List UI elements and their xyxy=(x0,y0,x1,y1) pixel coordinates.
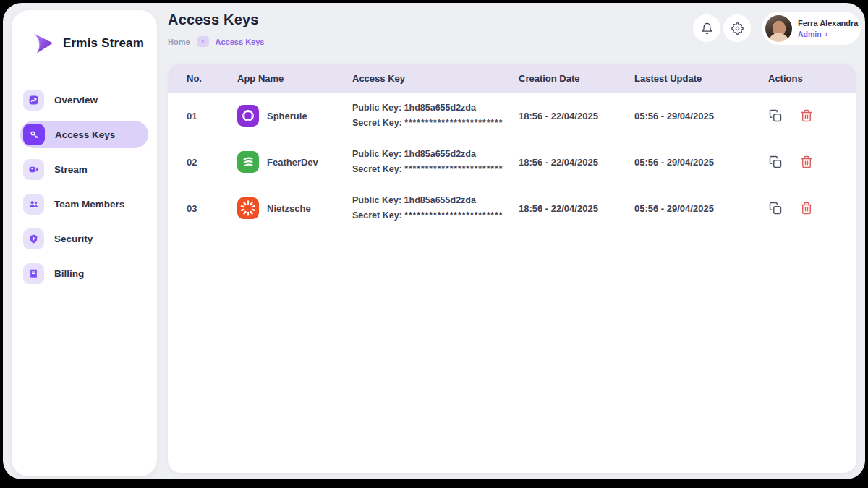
delete-button[interactable] xyxy=(799,202,813,215)
public-key-value: 1hd85a655d2zda xyxy=(404,195,476,205)
sidebar-item-label: Billing xyxy=(54,268,84,279)
sidebar-item-label: Overview xyxy=(54,95,98,106)
user-role[interactable]: Admin› xyxy=(798,30,858,38)
sidebar-item-access-keys[interactable]: Access Keys xyxy=(20,121,148,148)
public-key-value: 1hd85a655d2zda xyxy=(404,103,476,113)
settings-button[interactable] xyxy=(723,14,751,42)
chevron-right-icon: › xyxy=(197,36,209,47)
bell-icon xyxy=(701,22,713,35)
secret-key-masked: ************************ xyxy=(404,118,503,128)
app-name: Nietzsche xyxy=(267,203,311,214)
column-header-app-name: App Name xyxy=(233,73,352,84)
breadcrumb-current: Access Keys xyxy=(216,38,265,46)
avatar xyxy=(765,15,792,42)
table-row: 02 FeatherDev Public Key: 1hd85a655d2zda… xyxy=(168,139,856,185)
chevron-right-icon: › xyxy=(825,30,828,38)
featherdev-app-icon xyxy=(237,151,259,173)
access-key-cell: Public Key: 1hd85a655d2zda Secret Key: *… xyxy=(352,193,519,223)
delete-button[interactable] xyxy=(799,155,813,169)
access-key-cell: Public Key: 1hd85a655d2zda Secret Key: *… xyxy=(352,100,519,131)
table-row: 03 N xyxy=(168,185,856,231)
user-name: Ferra Alexandra xyxy=(798,19,858,27)
sidebar-item-security[interactable]: Security xyxy=(20,225,148,252)
users-icon xyxy=(23,194,44,215)
spherule-app-icon xyxy=(237,105,259,127)
sidebar-item-billing[interactable]: Billing xyxy=(20,260,148,287)
delete-button[interactable] xyxy=(799,109,813,123)
app-name: FeatherDev xyxy=(267,157,318,168)
column-header-actions: Actions xyxy=(768,73,856,84)
secret-key-masked: ************************ xyxy=(404,210,503,221)
creation-date: 18:56 - 22/04/2025 xyxy=(519,157,634,168)
sidebar-item-stream[interactable]: Stream xyxy=(20,155,148,183)
sidebar-item-label: Security xyxy=(54,234,93,244)
trash-icon xyxy=(800,202,813,215)
sidebar-item-label: Stream xyxy=(54,164,88,175)
nietzsche-app-icon xyxy=(237,197,259,219)
creation-date: 18:56 - 22/04/2025 xyxy=(519,111,634,121)
access-key-cell: Public Key: 1hd85a655d2zda Secret Key: *… xyxy=(352,147,519,177)
public-key-value: 1hd85a655d2zda xyxy=(404,149,476,159)
table-row: 01 Spherule Public Key: 1hd85a655d2zda S… xyxy=(168,93,856,139)
column-header-creation-date: Creation Date xyxy=(519,73,634,84)
creation-date: 18:56 - 22/04/2025 xyxy=(519,203,634,214)
copy-icon xyxy=(769,155,782,168)
user-profile-card[interactable]: Ferra Alexandra Admin› xyxy=(762,12,861,45)
breadcrumb-home-link[interactable]: Home xyxy=(168,38,190,46)
trash-icon xyxy=(800,109,813,122)
trash-icon xyxy=(800,155,813,168)
copy-icon xyxy=(769,202,782,215)
brand-logo-row: Ermis Stream xyxy=(12,10,157,58)
sidebar-item-label: Team Members xyxy=(54,199,124,210)
lastest-update: 05:56 - 29/04/2025 xyxy=(634,111,768,121)
access-keys-table: No. App Name Access Key Creation Date La… xyxy=(168,64,856,473)
copy-button[interactable] xyxy=(768,202,782,215)
gear-icon xyxy=(731,22,744,35)
column-header-no: No. xyxy=(187,73,233,84)
secret-key-masked: ************************ xyxy=(404,164,503,174)
row-number: 01 xyxy=(187,111,233,121)
receipt-icon xyxy=(23,263,44,284)
sidebar-item-overview[interactable]: Overview xyxy=(20,86,148,114)
key-icon xyxy=(23,124,45,145)
column-header-lastest-update: Lastest Update xyxy=(634,73,768,84)
video-camera-icon xyxy=(23,159,44,180)
row-number: 02 xyxy=(187,157,233,168)
row-number: 03 xyxy=(187,203,233,214)
shield-icon xyxy=(23,228,44,249)
overview-chart-icon xyxy=(23,90,44,111)
table-header-row: No. App Name Access Key Creation Date La… xyxy=(168,64,856,93)
lastest-update: 05:56 - 29/04/2025 xyxy=(634,203,768,214)
notifications-button[interactable] xyxy=(693,14,720,42)
sidebar-item-label: Access Keys xyxy=(55,129,115,140)
page-title: Access Keys xyxy=(168,12,259,28)
sidebar-menu: Overview Access Keys Stream xyxy=(12,74,157,287)
app-name: Spherule xyxy=(267,111,307,121)
app-panel: Ermis Stream Overview Access Keys xyxy=(3,3,865,479)
lastest-update: 05:56 - 29/04/2025 xyxy=(634,157,768,168)
copy-button[interactable] xyxy=(768,155,782,169)
column-header-access-key: Access Key xyxy=(352,73,519,84)
copy-icon xyxy=(769,109,782,122)
sidebar-item-team-members[interactable]: Team Members xyxy=(20,190,148,218)
copy-button[interactable] xyxy=(768,109,782,123)
breadcrumb: Home › Access Keys xyxy=(168,36,264,47)
brand-name: Ermis Stream xyxy=(63,36,144,51)
sidebar: Ermis Stream Overview Access Keys xyxy=(12,10,157,476)
brand-logo-icon xyxy=(27,29,58,58)
